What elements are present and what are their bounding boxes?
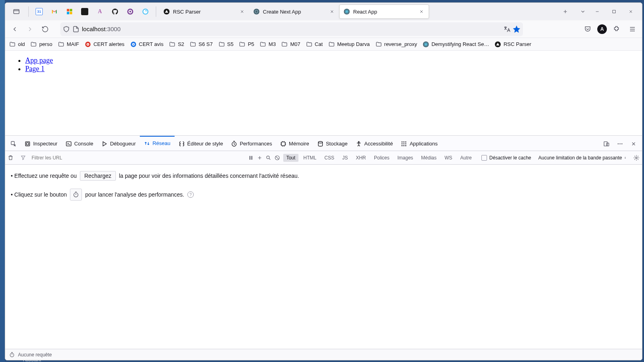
close-icon[interactable] xyxy=(329,8,335,15)
url-text[interactable]: localhost:3000 xyxy=(82,26,501,32)
bookmark-cat[interactable]: Cat xyxy=(306,41,323,48)
add-icon[interactable] xyxy=(257,155,262,161)
disable-cache-checkbox[interactable]: Désactiver le cache xyxy=(481,155,531,161)
devtools-close-icon[interactable] xyxy=(628,138,640,150)
bookmark-m07[interactable]: M07 xyxy=(281,41,300,48)
pinned-tab-calendar[interactable]: 31 xyxy=(32,4,46,19)
devtools-tab-perf[interactable]: Performances xyxy=(227,137,276,151)
folder-icon xyxy=(190,41,196,48)
reload-inline-button[interactable]: Rechargez xyxy=(80,171,116,181)
bookmark-demystifying-react-se-[interactable]: Demystifying React Se… xyxy=(423,41,489,48)
bookmark-star-icon[interactable] xyxy=(513,25,521,33)
filter-chip-tout[interactable]: Tout xyxy=(283,154,299,162)
devtools-tab-memory[interactable]: Mémoire xyxy=(276,137,313,151)
pinned-tab-a-logo[interactable]: A xyxy=(93,4,107,19)
close-icon[interactable] xyxy=(239,8,245,15)
devtools-menu-icon[interactable] xyxy=(614,138,626,150)
pocket-icon[interactable] xyxy=(581,23,594,36)
window-minimize-button[interactable] xyxy=(591,5,604,18)
bookmark-s5[interactable]: S5 xyxy=(219,41,234,48)
devtools-tab-debugger[interactable]: Débogueur xyxy=(97,137,139,151)
filter-chip-html[interactable]: HTML xyxy=(300,154,320,162)
filter-chip-autre[interactable]: Autre xyxy=(457,154,475,162)
devtools-tab-a11y[interactable]: Accessibilité xyxy=(352,137,397,151)
page-link[interactable]: App page xyxy=(25,56,53,64)
pinned-tab-microsoft[interactable] xyxy=(62,4,77,19)
bookmark-p5[interactable]: P5 xyxy=(239,41,254,48)
block-icon[interactable] xyxy=(274,155,280,161)
filter-chip-js[interactable]: JS xyxy=(339,154,351,162)
pinned-tab-onion[interactable] xyxy=(123,4,137,19)
devtools-tab-storage[interactable]: Stockage xyxy=(313,137,352,151)
clear-icon[interactable] xyxy=(8,155,16,161)
bookmark-cert-avis[interactable]: CERT avis xyxy=(130,41,164,48)
responsive-mode-icon[interactable] xyxy=(600,138,612,150)
window-close-button[interactable] xyxy=(624,5,637,18)
bookmark-reverse-proxy[interactable]: reverse_proxy xyxy=(376,41,417,48)
pick-element-icon[interactable] xyxy=(8,138,20,150)
filter-chip-polices[interactable]: Polices xyxy=(371,154,393,162)
bookmark-meetup-darva[interactable]: Meetup Darva xyxy=(328,41,370,48)
app-menu-icon[interactable] xyxy=(626,23,639,36)
page-content: App pagePage 1 xyxy=(5,51,642,135)
devtools-tab-style[interactable]: Éditeur de style xyxy=(175,137,227,151)
svg-point-45 xyxy=(405,145,407,146)
filter-chip-ws[interactable]: WS xyxy=(441,154,455,162)
filter-url-input[interactable] xyxy=(30,153,150,163)
bookmark-cert-alertes[interactable]: CERT alertes xyxy=(85,41,125,48)
extensions-icon[interactable] xyxy=(610,23,623,36)
bookmark-m3[interactable]: M3 xyxy=(260,41,276,48)
settings-gear-icon[interactable] xyxy=(633,155,640,161)
bookmark-perso[interactable]: perso xyxy=(30,41,52,48)
console-icon xyxy=(66,141,72,147)
filter-chip-médias[interactable]: Médias xyxy=(418,154,440,162)
tabs-dropdown-button[interactable] xyxy=(576,5,589,18)
bookmark-label: Demystifying React Se… xyxy=(431,41,489,47)
stopwatch-inline-button[interactable] xyxy=(70,189,82,201)
tab-react-app[interactable]: React App xyxy=(339,4,429,19)
bookmark-old[interactable]: old xyxy=(9,41,25,48)
folder-icon xyxy=(9,41,16,48)
devtools-tab-console[interactable]: Console xyxy=(62,137,97,151)
back-button[interactable] xyxy=(8,23,21,36)
svg-rect-52 xyxy=(251,156,252,159)
bookmark-label: Meetup Darva xyxy=(337,41,370,47)
pinned-tab-github[interactable] xyxy=(108,4,122,19)
translate-icon[interactable] xyxy=(503,26,510,33)
devtools-tab-apps[interactable]: Applications xyxy=(397,137,441,151)
pinned-tab-gmail[interactable] xyxy=(47,4,62,19)
close-icon[interactable] xyxy=(418,8,425,15)
bookmark-label: M3 xyxy=(268,41,276,47)
search-icon[interactable] xyxy=(266,155,271,161)
devtools-tab-network[interactable]: Réseau xyxy=(140,136,175,150)
tab-rsc-parser[interactable]: RSC Parser xyxy=(159,4,249,19)
svg-point-38 xyxy=(403,141,405,143)
filter-chip-images[interactable]: Images xyxy=(394,154,416,162)
page-link[interactable]: Page 1 xyxy=(25,65,45,73)
filter-chip-xhr[interactable]: XHR xyxy=(353,154,369,162)
bookmark-s6-s7[interactable]: S6 S7 xyxy=(190,41,213,48)
tab-create-next-app[interactable]: Create Next App xyxy=(249,4,339,19)
bookmark-maif[interactable]: MAIF xyxy=(58,41,79,48)
bookmark-s2[interactable]: S2 xyxy=(169,41,184,48)
throttle-select[interactable]: Aucune limitation de la bande passante xyxy=(539,155,627,161)
reload-button[interactable] xyxy=(39,23,52,36)
page-info-icon[interactable] xyxy=(72,26,80,33)
pause-icon[interactable] xyxy=(248,155,254,161)
url-bar[interactable]: localhost:3000 xyxy=(60,22,523,36)
sidebar-toggle-icon[interactable] xyxy=(10,5,23,18)
hint2-pre: • Cliquez sur le bouton xyxy=(11,191,67,198)
shield-icon[interactable] xyxy=(63,26,70,33)
bookmark-rsc-parser[interactable]: RSC Parser xyxy=(495,41,531,48)
devtools-tab-inspector[interactable]: Inspecteur xyxy=(20,137,62,151)
help-icon[interactable]: ? xyxy=(187,191,194,198)
pinned-tab-code[interactable] xyxy=(78,4,92,19)
filter-chip-css[interactable]: CSS xyxy=(321,154,338,162)
svg-point-57 xyxy=(10,353,14,356)
pinned-tab-browser-tools[interactable] xyxy=(138,4,153,19)
forward-button[interactable] xyxy=(24,23,36,36)
new-tab-button[interactable] xyxy=(559,5,572,18)
svg-rect-3 xyxy=(67,12,69,14)
window-maximize-button[interactable] xyxy=(608,5,620,18)
account-icon[interactable]: A xyxy=(597,24,607,34)
